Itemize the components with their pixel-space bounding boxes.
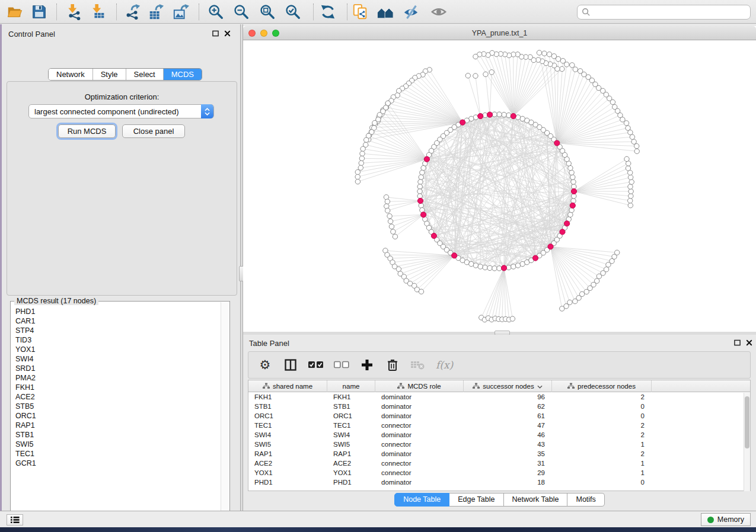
- network-title: YPA_prune.txt_1: [472, 29, 528, 37]
- list-item[interactable]: STP4: [11, 326, 220, 335]
- tab-network-table[interactable]: Network Table: [504, 493, 568, 507]
- optimization-criterion-label: Optimization criterion:: [7, 92, 237, 101]
- table-row[interactable]: ACE2ACE2connector311: [248, 459, 750, 468]
- list-item[interactable]: FKH1: [11, 383, 220, 392]
- table-row[interactable]: YOX1YOX1connector291: [248, 468, 750, 477]
- share-document-icon[interactable]: [350, 2, 371, 21]
- list-item[interactable]: RAP1: [11, 421, 220, 430]
- deselect-all-rows-icon[interactable]: [334, 357, 349, 373]
- list-item[interactable]: YOX1: [11, 345, 220, 354]
- task-history-button[interactable]: [7, 514, 23, 525]
- open-file-icon[interactable]: [5, 2, 25, 21]
- column-label: MCDS role: [407, 383, 441, 390]
- table-row[interactable]: RAP1RAP1dominator352: [248, 449, 750, 459]
- close-panel-icon[interactable]: [746, 339, 752, 346]
- column-header-MCDS-role[interactable]: MCDS role: [375, 380, 464, 392]
- table-cell: PHD1: [327, 477, 375, 487]
- list-item[interactable]: SWI4: [11, 354, 220, 364]
- tab-node-table[interactable]: Node Table: [394, 493, 449, 507]
- tab-network[interactable]: Network: [49, 69, 92, 80]
- list-item[interactable]: CAR1: [11, 316, 220, 326]
- table-cell: dominator: [375, 411, 464, 421]
- select-all-rows-icon[interactable]: [308, 357, 324, 373]
- save-session-icon[interactable]: [29, 2, 49, 21]
- delete-column-icon[interactable]: [385, 357, 400, 373]
- list-item[interactable]: TID3: [11, 335, 220, 345]
- list-icon: [11, 516, 20, 524]
- table-row[interactable]: FKH1FKH1dominator962: [248, 392, 750, 402]
- list-item[interactable]: STB5: [11, 402, 220, 411]
- column-header-shared-name[interactable]: shared name: [248, 380, 327, 392]
- table-cell: 1: [552, 440, 652, 449]
- table-row[interactable]: STB1STB1dominator620: [248, 402, 750, 411]
- search-input[interactable]: [591, 7, 750, 18]
- table-row[interactable]: PHD1PHD1dominator180: [248, 477, 750, 487]
- list-item[interactable]: ACE2: [11, 392, 220, 402]
- close-panel-icon[interactable]: [224, 30, 231, 37]
- float-panel-icon[interactable]: [734, 339, 741, 346]
- table-scrollbar[interactable]: [744, 393, 750, 491]
- list-item[interactable]: TEC1: [11, 449, 220, 459]
- list-item[interactable]: PMA2: [11, 373, 220, 383]
- list-item[interactable]: GCR1: [11, 459, 220, 468]
- tab-edge-table[interactable]: Edge Table: [449, 493, 503, 507]
- export-image-icon[interactable]: [171, 2, 191, 21]
- network-graph[interactable]: [243, 41, 756, 332]
- import-network-icon[interactable]: [64, 2, 84, 21]
- column-visibility-icon[interactable]: [283, 357, 298, 373]
- table-cell: 2: [552, 392, 652, 402]
- tab-motifs[interactable]: Motifs: [567, 493, 604, 507]
- import-table-icon[interactable]: [88, 2, 109, 21]
- zoom-selected-icon[interactable]: [283, 2, 303, 21]
- criterion-select[interactable]: largest connected component (undirected): [28, 104, 214, 118]
- tab-mcds[interactable]: MCDS: [163, 69, 202, 80]
- list-item[interactable]: ORC1: [11, 411, 220, 421]
- list-item[interactable]: STB1: [11, 430, 220, 440]
- close-window-icon[interactable]: [248, 30, 256, 37]
- add-column-icon[interactable]: [359, 357, 375, 373]
- run-mcds-button[interactable]: Run MCDS: [58, 124, 116, 138]
- search-box[interactable]: [577, 5, 751, 20]
- float-panel-icon[interactable]: [212, 30, 219, 37]
- table-row[interactable]: SWI4SWI4dominator462: [248, 430, 750, 440]
- tab-style[interactable]: Style: [92, 69, 126, 80]
- table-cell: 29: [464, 468, 552, 477]
- status-bar: Memory: [0, 511, 756, 527]
- table-row[interactable]: ORC1ORC1dominator610: [248, 411, 750, 421]
- search-icon: [582, 8, 591, 17]
- column-header-predecessor-nodes[interactable]: predecessor nodes: [552, 380, 652, 392]
- close-panel-button[interactable]: Close panel: [122, 124, 185, 138]
- show-all-icon[interactable]: [429, 2, 449, 21]
- minimize-window-icon[interactable]: [260, 30, 267, 37]
- criterion-value: largest connected component (undirected): [34, 107, 179, 116]
- column-label: successor nodes: [483, 383, 534, 390]
- zoom-out-icon[interactable]: [231, 2, 251, 21]
- scrollbar-thumb[interactable]: [745, 396, 749, 448]
- list-item[interactable]: SRD1: [11, 364, 220, 373]
- table-settings-icon[interactable]: ⚙: [257, 357, 273, 373]
- table-row[interactable]: TEC1TEC1connector472: [248, 421, 750, 430]
- list-item[interactable]: PHD1: [11, 307, 220, 316]
- refresh-view-icon[interactable]: [318, 2, 338, 21]
- column-header-successor-nodes[interactable]: successor nodes: [464, 380, 552, 392]
- column-header-name[interactable]: name: [327, 380, 375, 392]
- memory-button[interactable]: Memory: [701, 513, 751, 526]
- export-network-icon[interactable]: [123, 2, 143, 21]
- zoom-in-icon[interactable]: [206, 2, 226, 21]
- result-scrollbar[interactable]: [221, 302, 229, 520]
- table-toolbar: ⚙ f(x): [248, 351, 751, 379]
- first-neighbors-icon[interactable]: [375, 2, 395, 21]
- shared-column-icon: [397, 383, 404, 390]
- maximize-window-icon[interactable]: [272, 30, 279, 37]
- export-table-icon[interactable]: [146, 2, 166, 21]
- network-titlebar[interactable]: YPA_prune.txt_1: [243, 26, 756, 40]
- hide-selected-icon[interactable]: [401, 2, 421, 21]
- table-header-row: shared namenameMCDS rolesuccessor nodesp…: [248, 380, 750, 392]
- table-row[interactable]: SWI5SWI5connector431: [248, 440, 750, 449]
- tab-select[interactable]: Select: [126, 69, 163, 80]
- list-item[interactable]: SWI5: [11, 440, 220, 449]
- network-canvas[interactable]: [243, 41, 756, 332]
- table-cell: PHD1: [248, 477, 327, 487]
- column-label: name: [343, 383, 360, 390]
- zoom-fit-icon[interactable]: [257, 2, 277, 21]
